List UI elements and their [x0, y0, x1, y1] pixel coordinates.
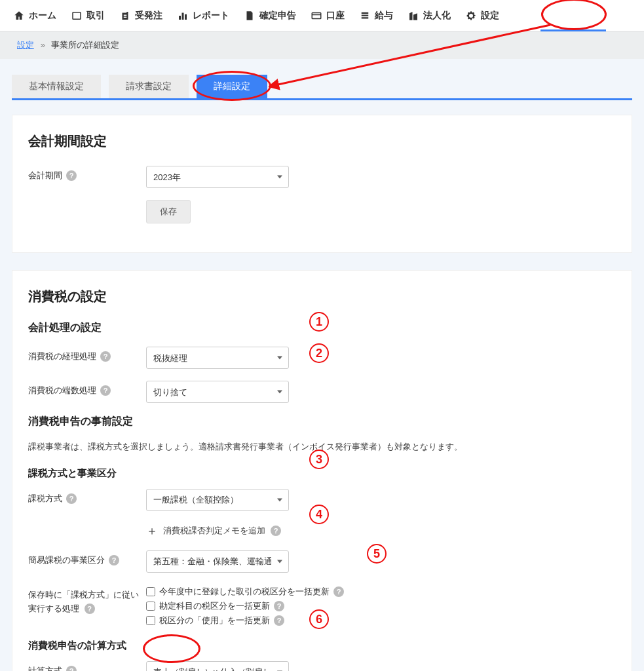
tax-accounting-select[interactable]: 税抜経理 [146, 347, 289, 369]
save-period-button[interactable]: 保存 [146, 200, 191, 223]
heading-taxtype: 課税方式と事業区分 [28, 467, 616, 480]
add-memo-label: 消費税課否判定メモを追加 [163, 525, 265, 537]
cb-update-transactions[interactable] [146, 587, 155, 596]
nav-label: レポート [193, 10, 229, 22]
nav-incorporation[interactable]: 法人化 [401, 0, 457, 31]
filing-note: 課税事業者は、課税方式を選択しましょう。適格請求書発行事業者（インボイス発行事業… [28, 440, 616, 454]
card-accounting-period: 会計期間設定 会計期間 ? 2023年 保存 [12, 115, 632, 253]
breadcrumb-current: 事業所の詳細設定 [51, 40, 119, 50]
subtabs: 基本情報設定 請求書設定 詳細設定 [12, 75, 632, 100]
nav-label: 給与 [375, 10, 393, 22]
nav-settings[interactable]: 設定 [459, 0, 506, 31]
list-icon [359, 10, 371, 22]
tab-basic-info[interactable]: 基本情報設定 [12, 75, 101, 98]
svg-rect-3 [185, 14, 187, 19]
cb1-label: 今年度中に登録した取引の税区分を一括更新 [159, 586, 330, 598]
help-icon[interactable]: ? [85, 604, 95, 614]
breadcrumb-sep: » [41, 40, 45, 50]
card-consumption-tax: 消費税の設定 会計処理の設定 消費税の経理処理 ? 税抜経理 消費税 [12, 270, 632, 671]
nav-tax-filing[interactable]: 確定申告 [237, 0, 303, 31]
svg-rect-2 [182, 12, 184, 20]
tax-accounting-label: 消費税の経理処理 [28, 351, 96, 362]
tab-invoice-settings[interactable]: 請求書設定 [109, 75, 189, 98]
help-icon[interactable]: ? [100, 351, 111, 362]
period-label: 会計期間 [28, 170, 62, 182]
cb3-label: 税区分の「使用」を一括更新 [159, 615, 270, 626]
nav-label: 口座 [326, 10, 345, 22]
nav-label: 確定申告 [259, 10, 296, 22]
nav-label: 受発注 [135, 10, 162, 22]
chart-icon [177, 10, 189, 22]
help-icon[interactable]: ? [66, 170, 77, 181]
add-tax-memo-link[interactable]: ＋ 消費税課否判定メモを追加 ? [146, 523, 281, 539]
help-icon[interactable]: ? [66, 666, 77, 671]
tax-rounding-label: 消費税の端数処理 [28, 385, 96, 396]
cb2-label: 勘定科目の税区分を一括更新 [159, 600, 270, 612]
help-icon[interactable]: ? [100, 385, 111, 396]
card2-title: 消費税の設定 [28, 288, 616, 305]
simple-tax-category-select[interactable]: 第五種：金融・保険業、運輸通信 [146, 550, 289, 573]
nav-payroll[interactable]: 給与 [352, 0, 400, 31]
nav-reports[interactable]: レポート [170, 0, 236, 31]
nav-label: 取引 [86, 10, 105, 22]
simple-tax-category-label: 簡易課税の事業区分 [28, 554, 105, 566]
cb-update-usage[interactable] [146, 616, 155, 625]
heading-pre-filing: 消費税申告の事前設定 [28, 415, 616, 429]
plus-icon: ＋ [146, 523, 158, 539]
nav-orders[interactable]: 受発注 [113, 0, 169, 31]
svg-rect-1 [179, 16, 181, 20]
nav-transactions[interactable]: 取引 [64, 0, 111, 31]
calc-method-label: 計算方式 [28, 665, 62, 671]
nav-label: 法人化 [423, 10, 451, 22]
svg-rect-0 [73, 12, 81, 19]
doc-list-icon [119, 10, 131, 22]
breadcrumb-link-settings[interactable]: 設定 [17, 40, 34, 50]
heading-accounting-proc: 会計処理の設定 [28, 321, 616, 335]
help-icon[interactable]: ? [271, 526, 281, 536]
help-icon[interactable]: ? [333, 586, 344, 597]
onsave-label-line1: 保存時に「課税方式」に従い [28, 590, 139, 600]
tax-method-label: 課税方式 [28, 493, 62, 505]
tax-rounding-select[interactable]: 切り捨て [146, 381, 289, 403]
period-select[interactable]: 2023年 [146, 166, 289, 188]
svg-rect-4 [312, 12, 321, 18]
file-check-icon [244, 10, 256, 22]
tax-method-select[interactable]: 一般課税（全額控除） [146, 489, 289, 511]
nav-active-underline [540, 29, 606, 31]
nav-label: 設定 [481, 10, 499, 22]
heading-calc-method: 消費税申告の計算方式 [28, 640, 616, 652]
card1-title: 会計期間設定 [28, 132, 616, 150]
breadcrumb: 設定 » 事業所の詳細設定 [0, 31, 644, 59]
help-icon[interactable]: ? [274, 615, 284, 626]
top-nav: ホーム 取引 受発注 レポート 確定申告 口座 給与 法人化 [0, 0, 644, 31]
help-icon[interactable]: ? [274, 601, 284, 611]
calc-method-select[interactable]: 売上（割戻し）× 仕入（割戻し） [146, 661, 289, 671]
onsave-label-line2: 実行する処理 [28, 604, 79, 613]
square-icon [71, 10, 83, 22]
home-icon [13, 10, 25, 22]
gear-icon [465, 10, 477, 22]
card-icon [311, 10, 322, 22]
building-icon [407, 10, 419, 22]
help-icon[interactable]: ? [109, 555, 119, 566]
nav-label: ホーム [29, 10, 56, 22]
help-icon[interactable]: ? [66, 493, 77, 504]
nav-home[interactable]: ホーム [7, 0, 63, 31]
cb-update-accounts[interactable] [146, 602, 155, 611]
nav-accounts[interactable]: 口座 [304, 0, 351, 31]
tab-detail-settings[interactable]: 詳細設定 [197, 75, 267, 98]
